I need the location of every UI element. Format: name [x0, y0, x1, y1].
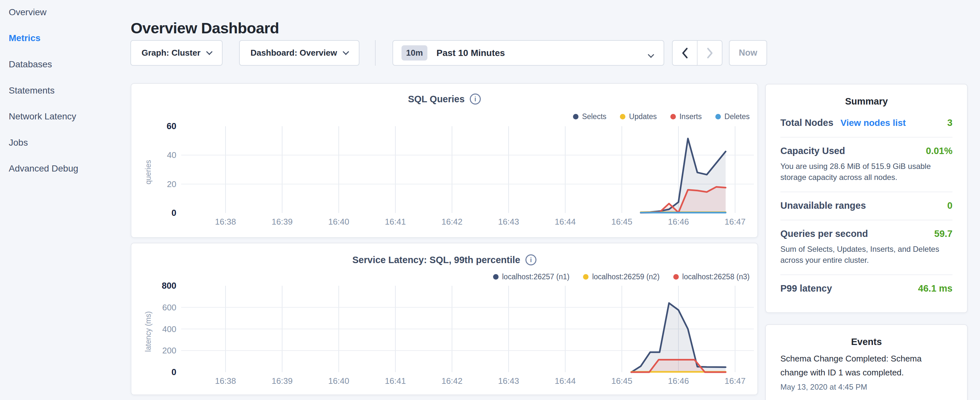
svg-text:16:39: 16:39	[272, 376, 293, 386]
summary-title: Summary	[766, 96, 967, 107]
svg-text:queries: queries	[144, 160, 153, 184]
sql-queries-chart[interactable]: 16:3816:3916:4016:4116:4216:4316:4416:45…	[142, 119, 757, 226]
event-timestamp: May 13, 2020 at 4:45 PM	[780, 382, 953, 392]
svg-text:0: 0	[172, 367, 176, 377]
svg-text:16:45: 16:45	[611, 376, 632, 386]
capacity-used-label: Capacity Used	[780, 146, 845, 156]
sidebar-item-jobs[interactable]: Jobs	[9, 137, 28, 148]
p99-latency-label: P99 latency	[780, 283, 832, 294]
chevron-down-icon	[343, 49, 349, 55]
sidebar-item-statements[interactable]: Statements	[9, 85, 55, 96]
view-nodes-list-link[interactable]: View nodes list	[840, 118, 906, 128]
unavailable-ranges-label: Unavailable ranges	[780, 200, 866, 211]
svg-text:16:46: 16:46	[668, 376, 689, 386]
capacity-used-row: Capacity Used 0.01% You are using 28.6 M…	[780, 137, 953, 192]
sidebar-item-metrics[interactable]: Metrics	[9, 32, 40, 44]
svg-text:16:45: 16:45	[611, 217, 632, 226]
capacity-used-description: You are using 28.6 MiB of 515.9 GiB usab…	[780, 161, 952, 183]
svg-text:16:43: 16:43	[498, 217, 519, 226]
total-nodes-row: Total Nodes View nodes list 3	[780, 109, 953, 137]
dashboard-dropdown[interactable]: Dashboard: Overview	[239, 40, 360, 66]
sidebar-item-databases[interactable]: Databases	[9, 59, 52, 70]
event-item[interactable]: Schema Change Completed: Schema change w…	[780, 352, 953, 392]
svg-text:16:43: 16:43	[498, 376, 519, 386]
app-root: Overview Metrics Databases Statements Ne…	[0, 0, 980, 400]
svg-text:16:41: 16:41	[385, 217, 406, 226]
chart-title-row: SQL Queries i	[131, 94, 757, 105]
svg-text:0: 0	[172, 208, 176, 218]
event-text: Schema Change Completed: Schema change w…	[780, 352, 935, 379]
next-timeframe-button[interactable]	[697, 41, 722, 65]
svg-text:60: 60	[167, 121, 176, 131]
svg-text:latency (ms): latency (ms)	[144, 311, 153, 352]
legend-dot-icon	[715, 114, 721, 120]
service-latency-chart[interactable]: 16:3816:3916:4016:4116:4216:4316:4416:45…	[142, 278, 757, 388]
svg-text:200: 200	[162, 346, 176, 355]
svg-text:16:42: 16:42	[441, 376, 462, 386]
svg-text:16:40: 16:40	[328, 217, 349, 226]
queries-per-second-row: Queries per second 59.7 Sum of Selects, …	[780, 220, 953, 275]
time-range-selector[interactable]: 10m Past 10 Minutes	[393, 40, 664, 66]
legend-dot-icon	[670, 114, 676, 120]
dashboard-dropdown-label: Dashboard: Overview	[250, 48, 337, 58]
svg-text:20: 20	[167, 179, 176, 189]
svg-text:600: 600	[162, 303, 176, 312]
summary-panel: Summary Total Nodes View nodes list 3 Ca…	[765, 84, 968, 313]
svg-text:16:42: 16:42	[441, 217, 462, 226]
svg-text:16:46: 16:46	[668, 217, 689, 226]
timeframe-nav-group	[672, 40, 722, 66]
sidebar-item-network-latency[interactable]: Network Latency	[9, 111, 76, 122]
svg-text:16:41: 16:41	[385, 376, 406, 386]
time-range-badge: 10m	[401, 45, 427, 61]
sidebar-item-overview[interactable]: Overview	[9, 6, 46, 18]
events-panel: Events Schema Change Completed: Schema c…	[765, 324, 968, 400]
prev-timeframe-button[interactable]	[673, 41, 697, 65]
legend-dot-icon	[620, 114, 625, 120]
svg-text:16:44: 16:44	[555, 376, 576, 386]
p99-latency-value: 46.1 ms	[918, 283, 953, 294]
svg-text:400: 400	[162, 324, 176, 334]
total-nodes-label: Total Nodes	[780, 118, 834, 128]
svg-text:16:47: 16:47	[724, 376, 745, 386]
svg-text:40: 40	[167, 150, 176, 160]
svg-text:16:40: 16:40	[328, 376, 349, 386]
svg-text:16:38: 16:38	[215, 217, 236, 226]
p99-latency-row: P99 latency 46.1 ms	[780, 275, 953, 303]
info-icon[interactable]: i	[470, 94, 481, 105]
queries-per-second-label: Queries per second	[780, 228, 868, 239]
unavailable-ranges-row: Unavailable ranges 0	[780, 192, 953, 220]
time-range-label: Past 10 Minutes	[436, 48, 505, 58]
svg-text:16:38: 16:38	[215, 376, 236, 386]
events-title: Events	[766, 336, 967, 347]
unavailable-ranges-value: 0	[947, 200, 953, 211]
queries-per-second-value: 59.7	[934, 228, 953, 239]
chevron-left-icon	[681, 46, 689, 59]
chevron-down-icon	[206, 49, 213, 55]
chart-title: SQL Queries	[408, 94, 465, 105]
svg-text:16:39: 16:39	[272, 217, 293, 226]
legend-dot-icon	[573, 114, 579, 120]
chart-title-row: Service Latency: SQL, 99th percentile i	[131, 254, 757, 265]
queries-per-second-description: Sum of Selects, Updates, Inserts, and De…	[780, 244, 952, 266]
svg-text:800: 800	[162, 281, 176, 291]
now-button[interactable]: Now	[729, 40, 767, 66]
graph-dropdown[interactable]: Graph: Cluster	[130, 40, 223, 66]
controls-divider	[375, 40, 375, 66]
chart-title: Service Latency: SQL, 99th percentile	[352, 255, 520, 265]
svg-text:16:47: 16:47	[724, 217, 745, 226]
page-title: Overview Dashboard	[131, 19, 279, 37]
sidebar-item-advanced-debug[interactable]: Advanced Debug	[9, 163, 78, 174]
chevron-down-icon	[648, 51, 654, 58]
capacity-used-value: 0.01%	[926, 146, 953, 156]
graph-dropdown-label: Graph: Cluster	[142, 48, 200, 58]
chevron-right-icon	[706, 46, 714, 59]
total-nodes-value: 3	[947, 118, 953, 128]
svg-text:16:44: 16:44	[555, 217, 576, 226]
info-icon[interactable]: i	[525, 254, 536, 265]
